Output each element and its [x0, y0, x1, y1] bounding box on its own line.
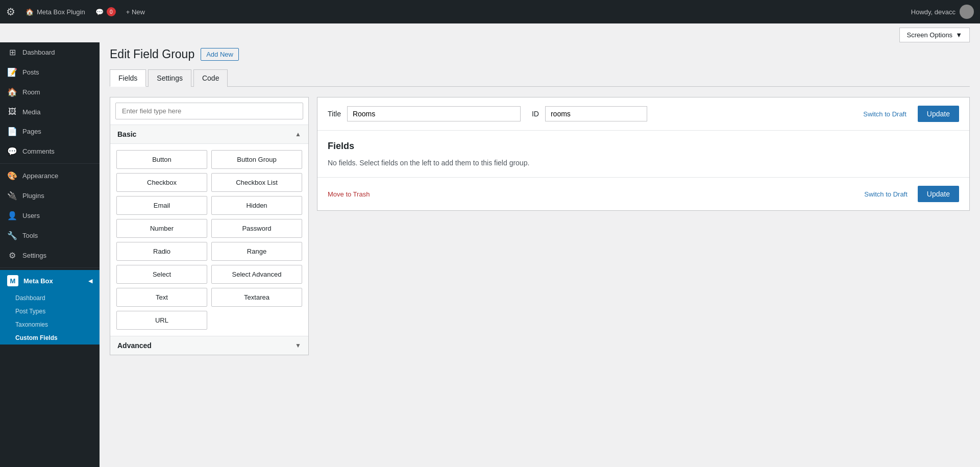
metabox-icon: M [7, 275, 18, 286]
sidebar-item-media[interactable]: 🖼 Media [0, 102, 100, 121]
title-row: Title ID Switch to Draft Update [317, 97, 969, 131]
update-button-top[interactable]: Update [918, 106, 959, 122]
field-type-textarea[interactable]: Textarea [211, 288, 302, 307]
field-type-radio[interactable]: Radio [116, 242, 207, 261]
adminbar-right: Howdy, devacc [911, 5, 974, 19]
basic-toggle-icon: ▲ [295, 131, 301, 138]
title-input[interactable] [347, 106, 521, 121]
field-type-range[interactable]: Range [211, 242, 302, 261]
id-input[interactable] [545, 106, 647, 121]
page-body: Edit Field Group Add New Fields Settings… [100, 42, 980, 365]
sidebar-label-plugins: Plugins [22, 192, 44, 200]
add-new-button[interactable]: Add New [201, 48, 239, 61]
sidebar-item-users[interactable]: 👤 Users [0, 206, 100, 226]
sidebar-item-posts[interactable]: 📝 Posts [0, 62, 100, 82]
fields-heading: Fields [328, 141, 959, 152]
sidebar-label-room: Room [22, 88, 40, 96]
screen-options-button[interactable]: Screen Options ▼ [899, 28, 970, 42]
submenu-item-dashboard[interactable]: Dashboard [0, 291, 100, 305]
field-type-url[interactable]: URL [116, 311, 207, 330]
menu-separator-1 [0, 163, 100, 164]
field-type-select[interactable]: Select [116, 265, 207, 284]
field-type-checkbox[interactable]: Checkbox [116, 173, 207, 192]
adminbar-new[interactable]: + New [126, 8, 145, 16]
field-group-basic: Basic ▲ Button Button Group Checkbox [110, 125, 308, 336]
comment-count: 0 [107, 7, 116, 16]
metabox-arrow-icon: ◀ [88, 278, 92, 284]
comments-icon: 💬 [7, 146, 17, 156]
submenu-item-custom-fields[interactable]: Custom Fields [0, 331, 100, 345]
sidebar-item-appearance[interactable]: 🎨 Appearance [0, 166, 100, 186]
field-type-hidden[interactable]: Hidden [211, 196, 302, 215]
advanced-group-label: Advanced [117, 341, 152, 350]
field-type-number[interactable]: Number [116, 219, 207, 238]
adminbar-site-name[interactable]: 🏠 Meta Box Plugin [26, 8, 85, 16]
advanced-toggle-icon: ▼ [295, 342, 301, 349]
basic-group-header[interactable]: Basic ▲ [110, 125, 308, 144]
sidebar-item-tools[interactable]: 🔧 Tools [0, 226, 100, 245]
submenu-label-post-types: Post Types [15, 308, 45, 315]
title-label: Title [328, 110, 341, 118]
tab-fields[interactable]: Fields [110, 69, 146, 87]
fields-section: Fields No fields. Select fields on the l… [317, 131, 969, 177]
field-type-checkbox-list[interactable]: Checkbox List [211, 173, 302, 192]
field-type-text[interactable]: Text [116, 288, 207, 307]
field-type-button-group[interactable]: Button Group [211, 150, 302, 169]
tab-bar: Fields Settings Code [110, 69, 970, 87]
admin-menu: ⊞ Dashboard 📝 Posts 🏠 Room 🖼 Media 📄 Pag… [0, 42, 100, 467]
submenu-label-taxonomies: Taxonomies [15, 321, 48, 328]
tab-code[interactable]: Code [193, 69, 228, 87]
field-search-wrap [110, 97, 308, 125]
action-right: Switch to Draft Update [859, 186, 959, 202]
field-search-input[interactable] [115, 103, 303, 119]
media-icon: 🖼 [7, 107, 17, 116]
sidebar-item-plugins[interactable]: 🔌 Plugins [0, 186, 100, 206]
adminbar-comments[interactable]: 💬 0 [95, 7, 116, 16]
submenu-item-post-types[interactable]: Post Types [0, 305, 100, 318]
sidebar-label-media: Media [22, 108, 40, 116]
sidebar-item-comments[interactable]: 💬 Comments [0, 141, 100, 161]
update-button-bottom[interactable]: Update [918, 186, 959, 202]
submenu-label-custom-fields: Custom Fields [15, 334, 58, 341]
pages-icon: 📄 [7, 127, 17, 136]
posts-icon: 📝 [7, 67, 17, 77]
sidebar-item-room[interactable]: 🏠 Room [0, 82, 100, 102]
menu-separator-2 [0, 267, 100, 268]
sidebar-label-dashboard: Dashboard [22, 48, 55, 56]
user-avatar[interactable] [960, 5, 974, 19]
move-to-trash-link[interactable]: Move to Trash [328, 190, 370, 198]
no-fields-text: No fields. Select fields on the left to … [328, 159, 959, 167]
content-area: Basic ▲ Button Button Group Checkbox [110, 97, 970, 355]
room-icon: 🏠 [7, 87, 17, 97]
page-header: Edit Field Group Add New [110, 47, 970, 61]
admin-bar: ⚙ 🏠 Meta Box Plugin 💬 0 + New Howdy, dev… [0, 0, 980, 23]
wp-logo-icon[interactable]: ⚙ [6, 6, 15, 18]
screen-options-wrap: Screen Options ▼ [0, 23, 980, 42]
edit-panel: Title ID Switch to Draft Update Fields N… [317, 97, 970, 211]
sidebar-item-settings[interactable]: ⚙ Settings [0, 245, 100, 265]
field-type-select-advanced[interactable]: Select Advanced [211, 265, 302, 284]
sidebar-label-posts: Posts [22, 68, 39, 76]
sidebar-label-tools: Tools [22, 232, 38, 239]
advanced-group-header[interactable]: Advanced ▼ [110, 336, 308, 355]
users-icon: 👤 [7, 211, 17, 220]
id-label: ID [532, 110, 539, 118]
metabox-label: Meta Box [23, 277, 53, 285]
sidebar-item-metabox[interactable]: M Meta Box ◀ [0, 270, 100, 291]
tab-settings[interactable]: Settings [148, 69, 191, 87]
switch-to-draft-button-bottom[interactable]: Switch to Draft [859, 187, 913, 201]
sidebar-item-dashboard[interactable]: ⊞ Dashboard [0, 42, 100, 62]
field-type-password[interactable]: Password [211, 219, 302, 238]
dashboard-icon: ⊞ [7, 47, 17, 57]
appearance-icon: 🎨 [7, 171, 17, 181]
metabox-submenu: Dashboard Post Types Taxonomies Custom F… [0, 291, 100, 345]
sidebar-item-pages[interactable]: 📄 Pages [0, 121, 100, 141]
field-type-email[interactable]: Email [116, 196, 207, 215]
settings-icon: ⚙ [7, 251, 17, 260]
sidebar-label-pages: Pages [22, 128, 41, 135]
howdy-text: Howdy, devacc [911, 8, 955, 16]
submenu-item-taxonomies[interactable]: Taxonomies [0, 318, 100, 331]
sidebar-label-settings: Settings [22, 252, 46, 259]
switch-to-draft-button-top[interactable]: Switch to Draft [858, 107, 912, 121]
field-type-button[interactable]: Button [116, 150, 207, 169]
